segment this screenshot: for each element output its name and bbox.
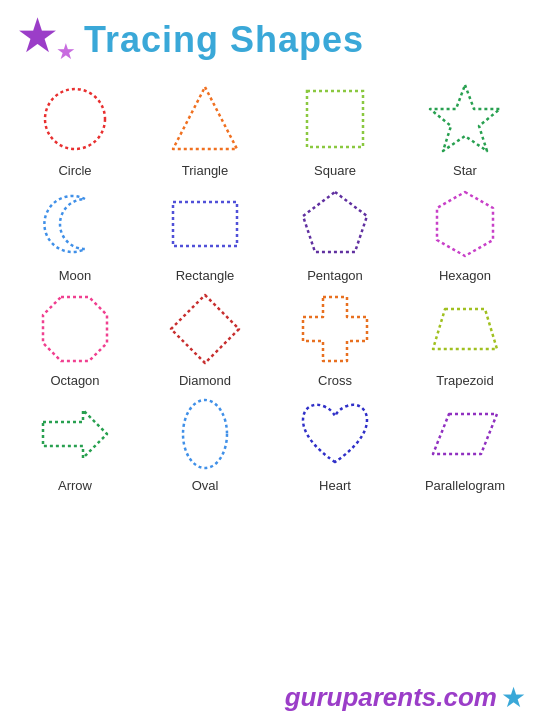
- svg-marker-5: [303, 192, 367, 252]
- shape-cell-circle: Circle: [10, 79, 140, 180]
- svg-point-0: [45, 89, 105, 149]
- shape-cell-parallelogram: Parallelogram: [400, 394, 530, 495]
- shape-cell-octagon: Octagon: [10, 289, 140, 390]
- shape-cell-arrow: Arrow: [10, 394, 140, 495]
- shape-cell-star: Star: [400, 79, 530, 180]
- shape-label-circle: Circle: [58, 163, 91, 178]
- footer-star-icon: ★: [501, 681, 526, 714]
- svg-marker-10: [433, 309, 497, 349]
- svg-marker-7: [43, 297, 107, 361]
- circle-svg: [35, 79, 115, 159]
- shape-cell-cross: Cross: [270, 289, 400, 390]
- svg-rect-2: [307, 91, 363, 147]
- header-stars: ★ ★: [16, 12, 76, 67]
- shape-label-octagon: Octagon: [50, 373, 99, 388]
- shape-cell-hexagon: Hexagon: [400, 184, 530, 285]
- octagon-svg: [35, 289, 115, 369]
- svg-marker-11: [43, 410, 107, 458]
- svg-marker-6: [437, 192, 493, 256]
- svg-marker-9: [303, 297, 367, 361]
- shape-label-trapezoid: Trapezoid: [436, 373, 493, 388]
- star-svg: [425, 79, 505, 159]
- shape-label-pentagon: Pentagon: [307, 268, 363, 283]
- svg-rect-4: [173, 202, 237, 246]
- hexagon-svg: [425, 184, 505, 264]
- parallelogram-svg: [425, 394, 505, 474]
- trapezoid-svg: [425, 289, 505, 369]
- shape-label-arrow: Arrow: [58, 478, 92, 493]
- shape-cell-rectangle: Rectangle: [140, 184, 270, 285]
- triangle-svg: [165, 79, 245, 159]
- arrow-svg: [35, 394, 115, 474]
- footer-text: guruparents.com: [285, 682, 497, 713]
- shape-label-moon: Moon: [59, 268, 92, 283]
- shape-cell-heart: Heart: [270, 394, 400, 495]
- svg-marker-8: [171, 295, 239, 363]
- svg-marker-1: [173, 87, 237, 149]
- svg-marker-13: [433, 414, 497, 454]
- shape-label-star: Star: [453, 163, 477, 178]
- shapes-grid: Circle Triangle Square Star Moon Rectang…: [0, 75, 540, 495]
- oval-svg: [165, 394, 245, 474]
- star-big-icon: ★: [16, 12, 59, 60]
- square-svg: [295, 79, 375, 159]
- shape-label-square: Square: [314, 163, 356, 178]
- diamond-svg: [165, 289, 245, 369]
- shape-label-hexagon: Hexagon: [439, 268, 491, 283]
- svg-point-12: [183, 400, 227, 468]
- page-title: Tracing Shapes: [84, 19, 364, 61]
- shape-label-heart: Heart: [319, 478, 351, 493]
- shape-cell-trapezoid: Trapezoid: [400, 289, 530, 390]
- shape-label-parallelogram: Parallelogram: [425, 478, 505, 493]
- shape-cell-oval: Oval: [140, 394, 270, 495]
- pentagon-svg: [295, 184, 375, 264]
- star-small-icon: ★: [56, 39, 76, 65]
- shape-cell-square: Square: [270, 79, 400, 180]
- footer: guruparents.com ★: [285, 681, 526, 714]
- shape-cell-pentagon: Pentagon: [270, 184, 400, 285]
- moon-svg: [35, 184, 115, 264]
- heart-svg: [295, 394, 375, 474]
- shape-cell-moon: Moon: [10, 184, 140, 285]
- header: ★ ★ Tracing Shapes: [0, 0, 540, 75]
- svg-marker-3: [430, 85, 500, 151]
- shape-cell-triangle: Triangle: [140, 79, 270, 180]
- shape-label-rectangle: Rectangle: [176, 268, 235, 283]
- shape-label-oval: Oval: [192, 478, 219, 493]
- rectangle-svg: [165, 184, 245, 264]
- shape-label-diamond: Diamond: [179, 373, 231, 388]
- cross-svg: [295, 289, 375, 369]
- shape-label-triangle: Triangle: [182, 163, 228, 178]
- shape-label-cross: Cross: [318, 373, 352, 388]
- shape-cell-diamond: Diamond: [140, 289, 270, 390]
